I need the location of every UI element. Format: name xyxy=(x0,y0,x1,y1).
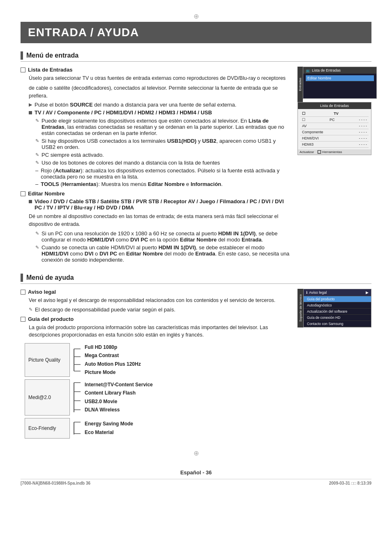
screenshot1: Entradas 📺 Lista de Entradas Editar Nomb… xyxy=(297,67,371,102)
section-ayuda-content: Aviso legal Ver el aviso legal y el desc… xyxy=(21,289,371,442)
aviso-note1-text: El descargo de responsabilidad puede var… xyxy=(35,306,175,313)
ss2-box: Lista de Entradas ☐ TV ☐ PC - - - - AV xyxy=(297,102,371,155)
pg-items-eco: Energy Saving Mode Eco Material xyxy=(85,418,133,439)
bullet2-text: TOOLS (Herramientas): Muestra los menús … xyxy=(41,181,223,187)
ss2-hdmidvi-label: HDMI/DVI xyxy=(302,136,319,140)
editar-note2-icon: ✎ xyxy=(35,245,39,263)
ss1-header: 📺 Lista de Entradas xyxy=(303,67,376,74)
section-entrada-content: Lista de Entradas Úselo para seleccionar… xyxy=(21,67,371,266)
note1-icon: ✎ xyxy=(35,118,39,136)
section-entrada-title: Menú de entrada xyxy=(21,51,371,62)
ss2-pc-label: PC xyxy=(330,118,335,122)
bullet2: – TOOLS (Herramientas): Muestra los menú… xyxy=(35,181,290,187)
editar-note2: ✎ Cuando se conecta un cable HDMI/DVI al… xyxy=(35,244,290,263)
ss2-title: Lista de Entradas xyxy=(298,102,371,109)
pg-entry-eco-1: Eco Material xyxy=(85,428,133,437)
aviso-legal-block: Aviso legal Ver el aviso legal y el desc… xyxy=(21,289,290,313)
top-decoration-symbol: ⊕ xyxy=(21,12,371,20)
ss-help-arrow: ▶ xyxy=(366,290,369,295)
editar-nombre-label: Editar Nombre xyxy=(28,190,65,197)
pg-group-eco: Eco-Friendly Energy Saving Mode Eco Mate… xyxy=(25,418,222,439)
checkbox-icon xyxy=(21,67,25,72)
tv-av-label: TV / AV / Componente / PC / HDMI1/DVI / … xyxy=(35,109,212,116)
entrada-text: Lista de Entradas Úselo para seleccionar… xyxy=(21,67,290,266)
ss1-body: Editar Nombre xyxy=(303,74,376,98)
note3-text: PC siempre está activado. xyxy=(42,152,104,158)
note1: ✎ Puede elegir solamente los dispositivo… xyxy=(35,118,290,136)
guia-producto-label: Guía del producto xyxy=(28,316,74,322)
pg-entry-picture-3: Picture Mode xyxy=(85,368,141,376)
guia-producto-p1: La guía del producto proporciona informa… xyxy=(29,324,290,339)
ss1-row1: Editar Nombre xyxy=(306,75,374,81)
bullet1-text: Rojo (Actualizar): actualiza los disposi… xyxy=(41,167,290,180)
dash2-icon: – xyxy=(35,181,38,187)
editar-nombre-header: Editar Nombre xyxy=(21,190,290,197)
ss2-body: ☐ TV ☐ PC - - - - AV - - - - Componen xyxy=(298,109,371,149)
pg-entry-medi-0: Internet@TV-Content Service xyxy=(85,381,153,389)
ss-help-icon: ℹ xyxy=(306,290,307,295)
aviso-note-icon: ✎ xyxy=(29,307,32,313)
ss2-footer: Actualizar 🔲 Herramientas xyxy=(298,149,371,155)
ss-help-sidebar-label: Soporte de técnico xyxy=(297,289,303,327)
ss-help-row-4: Contacto con Samsung xyxy=(304,321,371,327)
pg-entry-picture-0: Full HD 1080p xyxy=(85,343,141,351)
ss-help-row-1: Autodiagnóstico xyxy=(304,302,371,309)
ss2-hdmidvi-dashes: - - - - xyxy=(359,136,367,140)
editar-nombre-sub-label: Video / DVD / Cable STB / Satélite STB /… xyxy=(35,198,290,211)
page-number: Español - 36 xyxy=(21,469,371,476)
note2-text: Si hay dispositivos USB conectados a los… xyxy=(42,138,290,150)
editar-note1: ✎ Si un PC con una resolución de 1920 x … xyxy=(35,230,290,243)
aviso-legal-label: Aviso legal xyxy=(28,289,56,295)
lista-entradas-p1: Úselo para seleccionar TV u otras fuente… xyxy=(29,74,290,82)
aviso-legal-p1: Ver el aviso legal y el descargo de resp… xyxy=(29,297,290,304)
ayuda-text: Aviso legal Ver el aviso legal y el desc… xyxy=(21,289,290,442)
product-guide-table: Picture Quality Full HD 1080p xyxy=(25,343,222,439)
aviso-legal-header: Aviso legal xyxy=(21,289,290,295)
pg-entry-picture-2: Auto Motion Plus 120Hz xyxy=(85,360,141,368)
guia-checkbox-icon xyxy=(21,317,25,322)
ss1-box: 📺 Lista de Entradas Editar Nombre xyxy=(303,67,377,99)
square2-icon xyxy=(29,200,32,203)
ss1-header-text: Lista de Entradas xyxy=(312,68,341,72)
dash1-icon: – xyxy=(35,167,38,180)
ss2-hdmidvi-row: HDMI/DVI - - - - xyxy=(300,135,369,142)
lista-entradas-p2: de cable o satélite (decodificadores), c… xyxy=(29,84,290,100)
pg-label-eco: Eco-Friendly xyxy=(25,418,70,439)
ss-help-row-2: Actualización del software xyxy=(304,309,371,315)
ss2-componente-dashes: - - - - xyxy=(359,130,367,134)
ss-help-wrapper: Soporte de técnico ℹ Aviso legal ▶ Guía … xyxy=(297,289,371,327)
pg-label-picture: Picture Quality xyxy=(25,343,70,377)
section-bar2-icon xyxy=(21,274,23,282)
note2-icon: ✎ xyxy=(35,138,39,150)
editar-note2-text: Cuando se conecta un cable HDMI/DVI al p… xyxy=(42,244,290,263)
editar-note1-text: Si un PC con una resolución de 1920 x 10… xyxy=(42,230,290,243)
footer: Español - 36 [7000-NA]BN68-01988H-Spa.in… xyxy=(21,469,371,485)
note3-icon: ✎ xyxy=(35,152,39,158)
ss2-tv-icon: ☐ xyxy=(302,111,305,116)
pg-entry-medi-1: Content Library Flash xyxy=(85,389,153,397)
note2: ✎ Si hay dispositivos USB conectados a l… xyxy=(35,138,290,150)
ss1-sidebar-label: Entradas xyxy=(297,67,303,102)
ss2-tv-row: ☐ TV xyxy=(300,111,369,117)
pg-entry-picture-1: Mega Contrast xyxy=(85,351,141,360)
lista-entradas-block: Lista de Entradas Úselo para seleccionar… xyxy=(21,67,290,187)
tv-av-header: TV / AV / Componente / PC / HDMI1/DVI / … xyxy=(29,109,290,116)
ss2-pc-row: ☐ PC - - - - xyxy=(300,117,369,123)
bottom-decoration-symbol: ⊕ xyxy=(21,449,371,457)
pg-entry-medi-2: USB2.0 Movie xyxy=(85,397,153,406)
bullet1: – Rojo (Actualizar): actualiza los dispo… xyxy=(35,167,290,180)
pg-label-medi: Medi@2.0 xyxy=(25,379,70,416)
pg-bracket-medi xyxy=(73,379,82,416)
guia-producto-header: Guía del producto xyxy=(21,316,290,322)
ss2-componente-row: Componente - - - - xyxy=(300,129,369,135)
lista-entradas-p3: Pulse el botón SOURCE del mando a distan… xyxy=(35,102,236,108)
editar-nombre-subheader: Video / DVD / Cable STB / Satélite STB /… xyxy=(29,198,290,211)
ss2-tv-label: TV xyxy=(334,111,339,116)
pg-entry-eco-0: Energy Saving Mode xyxy=(85,420,133,428)
ss-help-row-3: Guía de conexión HD xyxy=(304,315,371,321)
lista-entradas-label: Lista de Entradas xyxy=(28,67,72,73)
pg-items-picture: Full HD 1080p Mega Contrast Auto Motion … xyxy=(85,343,141,377)
ss2-hdmi3-label: HDMI3 xyxy=(302,142,314,146)
note4-icon: ✎ xyxy=(35,160,39,166)
ss2-hdmi3-dashes: - - - - xyxy=(359,142,367,146)
